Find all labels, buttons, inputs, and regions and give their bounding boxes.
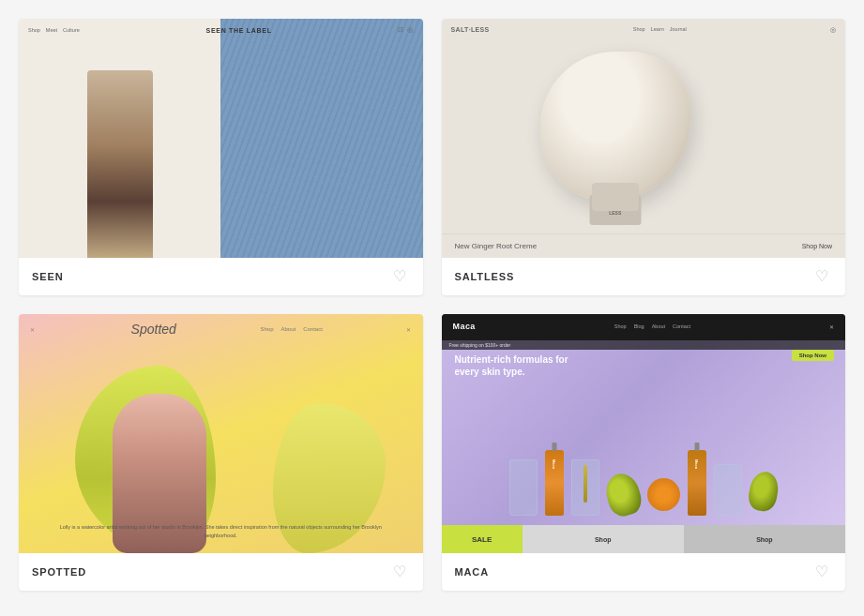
card-saltless: SALT·LESS Shop Learn Journal ◎ SA	[442, 19, 846, 295]
spotted-caption: Lolly is a watercolor artist working out…	[19, 523, 423, 540]
seen-footer: SEEN ♡	[19, 258, 423, 295]
maca-footer: MACA ♡	[442, 553, 846, 591]
saltless-nav-icon: ◎	[830, 26, 836, 34]
seen-brand: SEEN THE LABEL	[206, 27, 272, 34]
maca-shop-now-button[interactable]: Shop Now	[792, 350, 834, 361]
saltless-brand: SALT·LESS	[451, 26, 490, 34]
spotted-footer: SPOTTED ♡	[19, 553, 423, 591]
maca-bottom-bar: SALE Shop Shop	[442, 525, 846, 553]
spotted-brand: Spotted	[131, 322, 176, 337]
spotted-like-button[interactable]: ♡	[389, 563, 410, 581]
maca-ticker: Free shipping on $100+ order	[442, 340, 846, 350]
maca-products: Maca Maca	[451, 450, 837, 516]
maca-label: MACA	[455, 566, 490, 578]
maca-sale-block: SALE	[442, 525, 523, 553]
maca-shop-block-2[interactable]: Shop	[684, 525, 845, 553]
card-maca: Maca Shop Blog About Contact ✕ Free ship…	[442, 314, 846, 591]
saltless-bottom-bar: New Ginger Root Creme Shop Now	[442, 233, 846, 258]
maca-glass-3	[714, 464, 742, 516]
maca-brand: Maca	[453, 322, 476, 331]
seen-nav: Shop Meet Culture SEEN THE LABEL ⊡◎	[19, 26, 423, 34]
seen-figure	[87, 70, 153, 258]
saltless-nav: SALT·LESS Shop Learn Journal ◎	[442, 26, 846, 34]
seen-nav-icons: ⊡◎	[398, 26, 413, 34]
saltless-product: SALTLESS	[540, 52, 690, 202]
card-seen: Shop Meet Culture SEEN THE LABEL ⊡◎ SEEN…	[19, 19, 423, 295]
maca-nav-icon: ✕	[829, 323, 834, 330]
maca-avocado-half	[746, 470, 781, 514]
seen-like-button[interactable]: ♡	[389, 267, 410, 286]
saltless-shop-now-button[interactable]: Shop Now	[802, 243, 832, 249]
maca-glass-2	[571, 459, 599, 516]
maca-hero-text: Nutrient-rich formulas for every skin ty…	[455, 353, 596, 378]
seen-nav-links: Shop Meet Culture	[28, 27, 80, 33]
maca-nav: Maca Shop Blog About Contact ✕	[442, 314, 846, 338]
maca-glass-1	[509, 459, 538, 516]
saltless-footer: SALTLESS ♡	[442, 258, 846, 295]
maca-hero: Free shipping on $100+ order Nutrient-ri…	[442, 340, 846, 553]
spotted-nav-links: Shop About Contact	[260, 326, 322, 332]
saltless-image-area: SALTLESS	[442, 19, 846, 233]
maca-preview: Maca Shop Blog About Contact ✕ Free ship…	[442, 314, 846, 553]
maca-orange	[647, 478, 680, 511]
spotted-preview: ✕ Spotted Shop About Contact ✕ Lolly is …	[19, 314, 423, 553]
maca-bottle-1: Maca	[545, 450, 564, 516]
spotted-nav: ✕ Spotted Shop About Contact ✕	[19, 322, 423, 337]
spotted-label: SPOTTED	[32, 566, 86, 578]
spotted-art-area	[19, 342, 423, 553]
saltless-nav-links: Shop Learn Journal	[633, 26, 687, 34]
maca-avocado	[602, 470, 644, 519]
card-spotted: ✕ Spotted Shop About Contact ✕ Lolly is …	[19, 314, 423, 591]
maca-shop-block-1[interactable]: Shop	[523, 525, 684, 553]
seen-left-panel	[19, 19, 220, 258]
seen-preview: Shop Meet Culture SEEN THE LABEL ⊡◎	[19, 19, 423, 258]
saltless-product-name: New Ginger Root Creme	[455, 242, 538, 250]
saltless-like-button[interactable]: ♡	[811, 267, 832, 286]
maca-like-button[interactable]: ♡	[811, 563, 832, 581]
maca-bottle-2: Maca	[688, 450, 706, 516]
gallery-grid: Shop Meet Culture SEEN THE LABEL ⊡◎ SEEN…	[19, 19, 845, 591]
saltless-preview: SALT·LESS Shop Learn Journal ◎ SA	[442, 19, 846, 258]
seen-right-panel	[220, 19, 422, 258]
maca-nav-links: Shop Blog About Contact	[614, 323, 690, 329]
saltless-label: SALTLESS	[455, 271, 515, 282]
seen-label: SEEN	[32, 271, 63, 282]
